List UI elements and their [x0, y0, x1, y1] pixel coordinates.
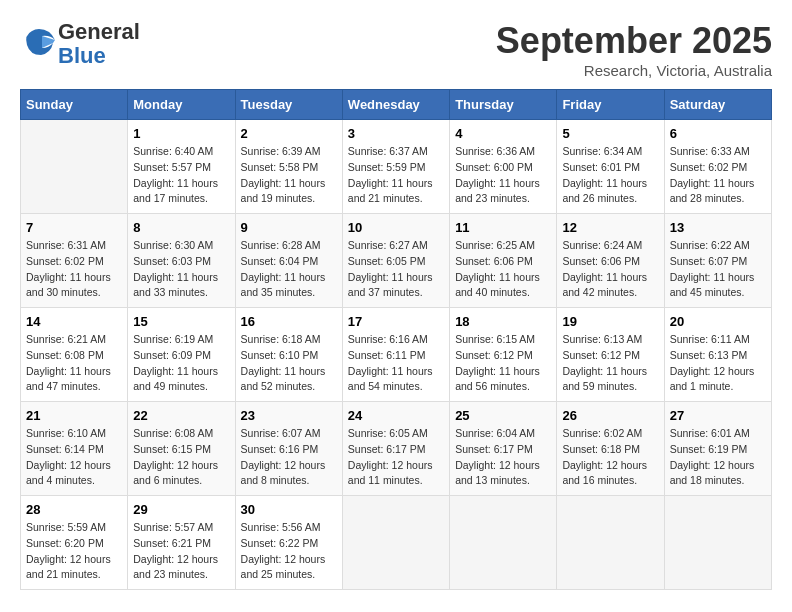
calendar-cell [21, 120, 128, 214]
week-row-2: 7Sunrise: 6:31 AMSunset: 6:02 PMDaylight… [21, 214, 772, 308]
day-header-wednesday: Wednesday [342, 90, 449, 120]
day-info: Sunrise: 6:40 AMSunset: 5:57 PMDaylight:… [133, 144, 229, 207]
day-number: 11 [455, 220, 551, 235]
calendar-table: SundayMondayTuesdayWednesdayThursdayFrid… [20, 89, 772, 590]
calendar-cell: 14Sunrise: 6:21 AMSunset: 6:08 PMDayligh… [21, 308, 128, 402]
calendar-cell: 10Sunrise: 6:27 AMSunset: 6:05 PMDayligh… [342, 214, 449, 308]
calendar-cell: 27Sunrise: 6:01 AMSunset: 6:19 PMDayligh… [664, 402, 771, 496]
day-number: 2 [241, 126, 337, 141]
day-number: 20 [670, 314, 766, 329]
calendar-cell: 23Sunrise: 6:07 AMSunset: 6:16 PMDayligh… [235, 402, 342, 496]
location-subtitle: Research, Victoria, Australia [496, 62, 772, 79]
day-info: Sunrise: 6:28 AMSunset: 6:04 PMDaylight:… [241, 238, 337, 301]
day-number: 28 [26, 502, 122, 517]
page-header: General Blue September 2025 Research, Vi… [20, 20, 772, 79]
logo: General Blue [20, 20, 140, 68]
calendar-cell: 15Sunrise: 6:19 AMSunset: 6:09 PMDayligh… [128, 308, 235, 402]
day-info: Sunrise: 6:31 AMSunset: 6:02 PMDaylight:… [26, 238, 122, 301]
calendar-cell: 24Sunrise: 6:05 AMSunset: 6:17 PMDayligh… [342, 402, 449, 496]
day-info: Sunrise: 5:57 AMSunset: 6:21 PMDaylight:… [133, 520, 229, 583]
calendar-cell: 4Sunrise: 6:36 AMSunset: 6:00 PMDaylight… [450, 120, 557, 214]
day-number: 22 [133, 408, 229, 423]
day-info: Sunrise: 6:02 AMSunset: 6:18 PMDaylight:… [562, 426, 658, 489]
day-info: Sunrise: 6:36 AMSunset: 6:00 PMDaylight:… [455, 144, 551, 207]
day-number: 26 [562, 408, 658, 423]
calendar-cell: 11Sunrise: 6:25 AMSunset: 6:06 PMDayligh… [450, 214, 557, 308]
day-number: 16 [241, 314, 337, 329]
day-info: Sunrise: 6:27 AMSunset: 6:05 PMDaylight:… [348, 238, 444, 301]
title-block: September 2025 Research, Victoria, Austr… [496, 20, 772, 79]
calendar-cell: 19Sunrise: 6:13 AMSunset: 6:12 PMDayligh… [557, 308, 664, 402]
day-info: Sunrise: 6:21 AMSunset: 6:08 PMDaylight:… [26, 332, 122, 395]
day-number: 9 [241, 220, 337, 235]
day-header-thursday: Thursday [450, 90, 557, 120]
day-info: Sunrise: 6:05 AMSunset: 6:17 PMDaylight:… [348, 426, 444, 489]
day-number: 24 [348, 408, 444, 423]
day-info: Sunrise: 5:56 AMSunset: 6:22 PMDaylight:… [241, 520, 337, 583]
calendar-cell: 12Sunrise: 6:24 AMSunset: 6:06 PMDayligh… [557, 214, 664, 308]
day-header-friday: Friday [557, 90, 664, 120]
days-header-row: SundayMondayTuesdayWednesdayThursdayFrid… [21, 90, 772, 120]
calendar-cell: 29Sunrise: 5:57 AMSunset: 6:21 PMDayligh… [128, 496, 235, 590]
day-info: Sunrise: 6:15 AMSunset: 6:12 PMDaylight:… [455, 332, 551, 395]
day-number: 27 [670, 408, 766, 423]
calendar-cell: 18Sunrise: 6:15 AMSunset: 6:12 PMDayligh… [450, 308, 557, 402]
calendar-cell: 5Sunrise: 6:34 AMSunset: 6:01 PMDaylight… [557, 120, 664, 214]
day-number: 3 [348, 126, 444, 141]
calendar-cell: 16Sunrise: 6:18 AMSunset: 6:10 PMDayligh… [235, 308, 342, 402]
day-header-tuesday: Tuesday [235, 90, 342, 120]
calendar-cell: 25Sunrise: 6:04 AMSunset: 6:17 PMDayligh… [450, 402, 557, 496]
calendar-cell [450, 496, 557, 590]
calendar-cell: 2Sunrise: 6:39 AMSunset: 5:58 PMDaylight… [235, 120, 342, 214]
day-number: 10 [348, 220, 444, 235]
calendar-cell: 3Sunrise: 6:37 AMSunset: 5:59 PMDaylight… [342, 120, 449, 214]
day-info: Sunrise: 6:39 AMSunset: 5:58 PMDaylight:… [241, 144, 337, 207]
calendar-cell: 30Sunrise: 5:56 AMSunset: 6:22 PMDayligh… [235, 496, 342, 590]
calendar-cell: 13Sunrise: 6:22 AMSunset: 6:07 PMDayligh… [664, 214, 771, 308]
week-row-4: 21Sunrise: 6:10 AMSunset: 6:14 PMDayligh… [21, 402, 772, 496]
day-number: 15 [133, 314, 229, 329]
logo-text: General Blue [58, 20, 140, 68]
calendar-cell: 28Sunrise: 5:59 AMSunset: 6:20 PMDayligh… [21, 496, 128, 590]
day-number: 12 [562, 220, 658, 235]
day-number: 4 [455, 126, 551, 141]
day-info: Sunrise: 6:18 AMSunset: 6:10 PMDaylight:… [241, 332, 337, 395]
calendar-cell: 26Sunrise: 6:02 AMSunset: 6:18 PMDayligh… [557, 402, 664, 496]
week-row-5: 28Sunrise: 5:59 AMSunset: 6:20 PMDayligh… [21, 496, 772, 590]
day-number: 21 [26, 408, 122, 423]
day-number: 30 [241, 502, 337, 517]
calendar-cell: 1Sunrise: 6:40 AMSunset: 5:57 PMDaylight… [128, 120, 235, 214]
month-title: September 2025 [496, 20, 772, 62]
day-header-saturday: Saturday [664, 90, 771, 120]
calendar-cell [557, 496, 664, 590]
day-number: 17 [348, 314, 444, 329]
day-number: 6 [670, 126, 766, 141]
day-info: Sunrise: 6:13 AMSunset: 6:12 PMDaylight:… [562, 332, 658, 395]
day-header-monday: Monday [128, 90, 235, 120]
day-info: Sunrise: 6:01 AMSunset: 6:19 PMDaylight:… [670, 426, 766, 489]
calendar-cell: 8Sunrise: 6:30 AMSunset: 6:03 PMDaylight… [128, 214, 235, 308]
day-info: Sunrise: 6:25 AMSunset: 6:06 PMDaylight:… [455, 238, 551, 301]
day-info: Sunrise: 5:59 AMSunset: 6:20 PMDaylight:… [26, 520, 122, 583]
day-info: Sunrise: 6:34 AMSunset: 6:01 PMDaylight:… [562, 144, 658, 207]
day-number: 8 [133, 220, 229, 235]
day-number: 23 [241, 408, 337, 423]
day-header-sunday: Sunday [21, 90, 128, 120]
day-info: Sunrise: 6:08 AMSunset: 6:15 PMDaylight:… [133, 426, 229, 489]
calendar-cell: 7Sunrise: 6:31 AMSunset: 6:02 PMDaylight… [21, 214, 128, 308]
calendar-cell: 9Sunrise: 6:28 AMSunset: 6:04 PMDaylight… [235, 214, 342, 308]
day-info: Sunrise: 6:04 AMSunset: 6:17 PMDaylight:… [455, 426, 551, 489]
day-info: Sunrise: 6:11 AMSunset: 6:13 PMDaylight:… [670, 332, 766, 395]
day-number: 13 [670, 220, 766, 235]
day-number: 1 [133, 126, 229, 141]
day-number: 18 [455, 314, 551, 329]
calendar-cell: 17Sunrise: 6:16 AMSunset: 6:11 PMDayligh… [342, 308, 449, 402]
day-number: 29 [133, 502, 229, 517]
day-info: Sunrise: 6:33 AMSunset: 6:02 PMDaylight:… [670, 144, 766, 207]
week-row-3: 14Sunrise: 6:21 AMSunset: 6:08 PMDayligh… [21, 308, 772, 402]
day-info: Sunrise: 6:22 AMSunset: 6:07 PMDaylight:… [670, 238, 766, 301]
calendar-cell [342, 496, 449, 590]
calendar-cell: 21Sunrise: 6:10 AMSunset: 6:14 PMDayligh… [21, 402, 128, 496]
week-row-1: 1Sunrise: 6:40 AMSunset: 5:57 PMDaylight… [21, 120, 772, 214]
calendar-cell: 20Sunrise: 6:11 AMSunset: 6:13 PMDayligh… [664, 308, 771, 402]
